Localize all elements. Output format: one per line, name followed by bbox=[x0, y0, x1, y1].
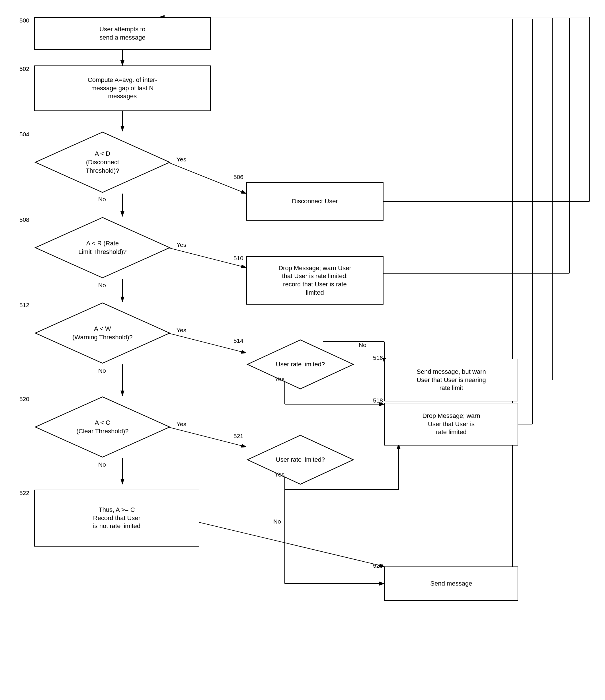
node-500-text: User attempts tosend a message bbox=[99, 25, 145, 42]
node-521-label: 521 bbox=[233, 433, 244, 440]
node-508-label: 508 bbox=[19, 216, 29, 223]
node-500-box: User attempts tosend a message bbox=[34, 17, 211, 50]
yes-514: Yes bbox=[275, 376, 284, 382]
no-512: No bbox=[98, 367, 106, 374]
node-518-box: Drop Message; warnUser that User israte … bbox=[384, 403, 518, 446]
node-522-box: Thus, A >= CRecord that Useris not rate … bbox=[34, 490, 199, 547]
node-520-label: 520 bbox=[19, 396, 29, 402]
node-510-label: 510 bbox=[233, 255, 244, 261]
node-520-diamond: A < C(Clear Threshold)? bbox=[34, 396, 171, 458]
node-502-label: 502 bbox=[19, 66, 29, 72]
no-504: No bbox=[98, 196, 106, 203]
no-520: No bbox=[98, 461, 106, 468]
yes-521: Yes bbox=[275, 471, 284, 478]
node-522-label: 522 bbox=[19, 490, 29, 497]
flowchart-diagram: 500 User attempts tosend a message 502 C… bbox=[0, 0, 605, 700]
node-518-text: Drop Message; warnUser that User israte … bbox=[423, 412, 480, 436]
no-521: No bbox=[273, 518, 281, 525]
node-500-label: 500 bbox=[19, 17, 29, 24]
node-514-label: 514 bbox=[233, 338, 244, 344]
node-510-box: Drop Message; warn Userthat User is rate… bbox=[246, 256, 383, 305]
node-506-label: 506 bbox=[233, 174, 244, 180]
node-512-diamond: A < W(Warning Threshold)? bbox=[34, 302, 171, 365]
node-523-box: Send message bbox=[384, 567, 518, 601]
svg-line-29 bbox=[199, 522, 384, 567]
yes-508: Yes bbox=[177, 242, 186, 248]
no-514: No bbox=[359, 342, 367, 348]
node-514-diamond: User rate limited? bbox=[246, 339, 354, 390]
node-516-label: 516 bbox=[373, 354, 383, 361]
node-522-text: Thus, A >= CRecord that Useris not rate … bbox=[93, 506, 141, 530]
node-504-diamond: A < D(DisconnectThreshold)? bbox=[34, 131, 171, 194]
yes-504: Yes bbox=[177, 156, 186, 163]
node-523-text: Send message bbox=[430, 580, 472, 588]
node-518-label: 518 bbox=[373, 397, 383, 404]
node-506-text: Disconnect User bbox=[292, 197, 338, 205]
node-523-label: 523 bbox=[373, 562, 383, 569]
node-521-diamond: User rate limited? bbox=[246, 434, 354, 485]
node-508-diamond: A < R (RateLimit Threshold)? bbox=[34, 216, 171, 279]
yes-520: Yes bbox=[177, 421, 186, 428]
node-510-text: Drop Message; warn Userthat User is rate… bbox=[278, 264, 351, 297]
node-512-label: 512 bbox=[19, 302, 29, 308]
node-516-box: Send message, but warnUser that User is … bbox=[384, 359, 518, 401]
node-516-text: Send message, but warnUser that User is … bbox=[417, 368, 486, 392]
no-508: No bbox=[98, 282, 106, 289]
node-504-label: 504 bbox=[19, 131, 29, 138]
node-502-box: Compute A=avg. of inter-message gap of l… bbox=[34, 66, 211, 111]
node-506-box: Disconnect User bbox=[246, 182, 383, 221]
node-502-text: Compute A=avg. of inter-message gap of l… bbox=[88, 76, 157, 100]
yes-512: Yes bbox=[177, 327, 186, 334]
